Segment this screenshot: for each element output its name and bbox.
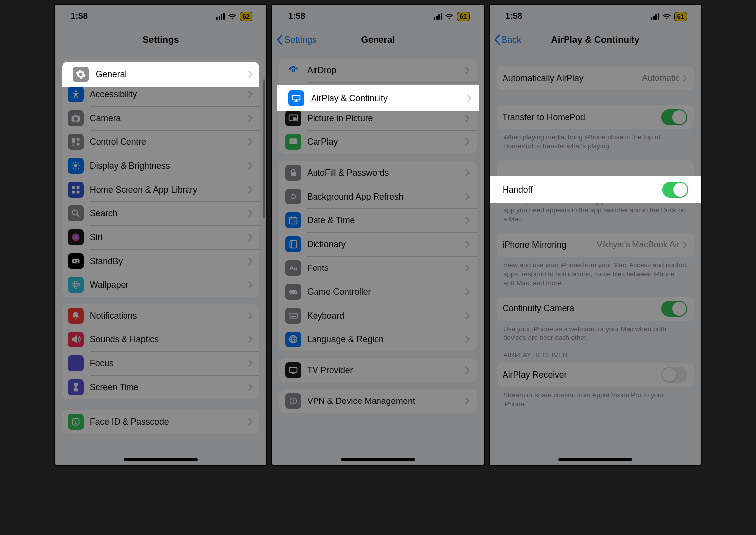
- svg-rect-8: [72, 191, 75, 194]
- toggle-receiver[interactable]: [661, 367, 687, 383]
- section-auto-airplay: Automatically AirPlay Automatic: [497, 67, 694, 90]
- row-label: Transfer to HomePod: [503, 112, 661, 123]
- nav-header: Back AirPlay & Continuity: [490, 28, 701, 52]
- back-button[interactable]: Back: [494, 34, 521, 45]
- row-airplay-highlight[interactable]: AirPlay & Continuity: [277, 85, 479, 111]
- row-label: Background App Refresh: [307, 192, 465, 202]
- home-screen-icon: [68, 182, 84, 198]
- tvprovider-icon: [285, 362, 301, 378]
- back-label: Back: [502, 35, 521, 45]
- row-fonts[interactable]: AaFonts: [279, 256, 477, 280]
- row-faceid[interactable]: Face ID & Passcode: [62, 410, 259, 434]
- status-time: 1:58: [288, 11, 305, 21]
- row-siri[interactable]: Siri: [62, 225, 259, 249]
- chevron-right-icon: [248, 312, 252, 319]
- camera-icon: [68, 110, 84, 126]
- back-label: Settings: [284, 35, 316, 45]
- notifications-icon: [68, 308, 84, 324]
- row-auto-airplay[interactable]: Automatically AirPlay Automatic: [497, 67, 694, 90]
- row-carplay[interactable]: ⌂CarPlay: [279, 130, 477, 154]
- toggle-handoff[interactable]: [662, 182, 688, 198]
- chevron-right-icon: [465, 241, 470, 248]
- row-label: Sounds & Haptics: [90, 334, 248, 345]
- row-continuity-camera[interactable]: Continuity Camera: [497, 297, 694, 321]
- section-tv: TV Provider: [279, 358, 477, 382]
- siri-icon: [68, 229, 84, 245]
- section-vpn: VPN & Device Management: [279, 389, 477, 413]
- chevron-right-icon: [248, 418, 252, 425]
- row-airplay-receiver[interactable]: AirPlay Receiver: [497, 363, 694, 387]
- svg-point-20: [74, 421, 75, 422]
- back-button[interactable]: Settings: [276, 34, 316, 45]
- footer-mirroring: View and use your iPhone from your Mac. …: [490, 257, 701, 288]
- row-standby[interactable]: StandBy: [62, 249, 259, 273]
- svg-rect-1: [72, 138, 75, 143]
- svg-rect-3: [77, 143, 80, 146]
- row-notifications[interactable]: Notifications: [62, 304, 259, 328]
- signal-icon: [651, 13, 659, 20]
- chevron-left-icon: [494, 34, 501, 45]
- focus-icon: [68, 355, 84, 371]
- row-dictionary[interactable]: Dictionary: [279, 232, 477, 256]
- bgrefresh-icon: [285, 189, 301, 204]
- row-bgrefresh[interactable]: Background App Refresh: [279, 185, 477, 208]
- svg-rect-4: [72, 145, 75, 146]
- row-home-screen[interactable]: Home Screen & App Library: [62, 178, 259, 201]
- row-camera[interactable]: Camera: [62, 106, 259, 130]
- row-sounds[interactable]: Sounds & Haptics: [62, 328, 259, 351]
- row-label: AirPlay Receiver: [503, 370, 661, 380]
- chevron-right-icon: [465, 265, 470, 271]
- section-faceid: Face ID & Passcode: [62, 410, 259, 434]
- chevron-right-icon: [465, 115, 470, 122]
- row-tvprovider[interactable]: TV Provider: [279, 358, 477, 382]
- wifi-icon: [228, 13, 237, 20]
- svg-rect-29: [290, 241, 296, 248]
- svg-point-5: [74, 164, 78, 168]
- sounds-icon: [68, 332, 84, 347]
- footer-receiver: Stream or share content from Apple Visio…: [490, 387, 701, 408]
- row-focus[interactable]: Focus: [62, 351, 259, 375]
- row-control-centre[interactable]: Control Centre: [62, 130, 259, 154]
- row-screen-time[interactable]: Screen Time: [62, 375, 259, 399]
- chevron-right-icon: [465, 398, 470, 404]
- row-vpn[interactable]: VPN & Device Management: [279, 389, 477, 413]
- row-gamectrl[interactable]: Game Controller: [279, 280, 477, 304]
- row-keyboard[interactable]: Keyboard: [279, 304, 477, 328]
- search-icon: [68, 205, 84, 221]
- row-language[interactable]: Language & Region: [279, 328, 477, 351]
- nav-header: Settings: [55, 28, 266, 52]
- row-autofill[interactable]: AutoFill & Passwords: [279, 161, 477, 185]
- row-display[interactable]: Display & Brightness: [62, 154, 259, 178]
- row-datetime[interactable]: Date & Time: [279, 208, 477, 232]
- row-label: Notifications: [90, 311, 248, 321]
- row-search[interactable]: Search: [62, 201, 259, 225]
- dictionary-icon: [285, 236, 301, 252]
- row-wallpaper[interactable]: Wallpaper: [62, 273, 259, 297]
- toggle-transfer[interactable]: [661, 109, 687, 125]
- row-label: Keyboard: [307, 311, 465, 321]
- row-iphone-mirroring[interactable]: iPhone Mirroring Vikhyat's MacBook Air: [497, 233, 694, 257]
- gamectrl-icon: [285, 284, 301, 300]
- row-airdrop[interactable]: AirDrop: [279, 59, 477, 82]
- svg-text:Aa: Aa: [290, 265, 297, 271]
- row-transfer-homepod[interactable]: Transfer to HomePod: [497, 105, 694, 129]
- svg-rect-7: [77, 186, 80, 189]
- toggle-continuity[interactable]: [661, 301, 687, 317]
- chevron-right-icon: [248, 384, 252, 391]
- row-handoff-highlight[interactable]: Handoff: [490, 176, 701, 203]
- signal-icon: [216, 13, 225, 20]
- row-label: Date & Time: [307, 215, 465, 226]
- status-bar: 1:58 61: [272, 5, 484, 28]
- fonts-icon: Aa: [285, 260, 301, 276]
- gear-icon: [73, 67, 89, 82]
- row-general-highlight[interactable]: General: [62, 62, 259, 87]
- section-transfer: Transfer to HomePod: [497, 105, 694, 129]
- chevron-right-icon: [248, 210, 252, 217]
- page-title: General: [361, 34, 395, 45]
- pip-icon: [285, 110, 301, 126]
- accessibility-icon: [68, 86, 84, 102]
- svg-rect-12: [72, 259, 80, 263]
- screen-general: 1:58 61 Settings General AirDropAirPlay …: [271, 4, 485, 466]
- footer-continuity: Use your iPhone as a webcam for your Mac…: [490, 321, 701, 342]
- chevron-right-icon: [465, 312, 470, 319]
